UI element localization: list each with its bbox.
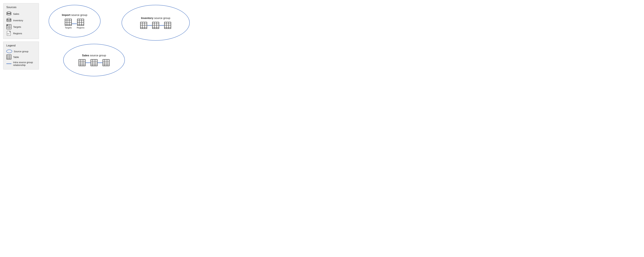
sources-box: Sources Sales Inventory: [3, 3, 39, 39]
svg-text:CSV: CSV: [7, 33, 10, 35]
table-icon-inv-1: [140, 22, 147, 29]
ellipse-legend-icon: [6, 50, 12, 53]
sales-connector-1: [86, 63, 90, 63]
excel-icon-targets: X: [6, 24, 12, 29]
sales-group-title: Sales source group: [82, 54, 106, 57]
sales-tables-row: [78, 59, 110, 66]
sources-title: Sources: [6, 6, 36, 9]
table-icon-targets: [65, 19, 72, 26]
inventory-group-title: Inventory source group: [141, 17, 170, 20]
sales-table-2: [90, 59, 98, 66]
import-group-title: Import source group: [62, 14, 88, 17]
import-target-label: Targets: [65, 27, 72, 29]
table-icon-inv-2: [152, 22, 159, 29]
line-legend-icon: [6, 64, 12, 64]
sources-item-regions: CSV Regions: [6, 30, 36, 37]
table-icon-inv-3: [164, 22, 171, 29]
svg-point-3: [7, 18, 11, 20]
legend-item-relationship: Intra source group relationship: [6, 60, 36, 67]
inventory-connector-2: [159, 25, 164, 26]
import-connector-line: [72, 24, 77, 24]
inventory-table-2: [152, 22, 159, 29]
legend-relationship-label: Intra source group relationship: [13, 61, 36, 66]
inventory-connector-1: [147, 25, 152, 26]
inventory-table-1: [140, 22, 147, 29]
sales-label: Sales: [13, 13, 19, 15]
table-icon-sales-2: [90, 59, 98, 66]
legend-sourcegroup-label: Source group: [14, 50, 28, 53]
sales-table-1: [78, 59, 86, 66]
database-icon-inventory: [6, 18, 12, 23]
inventory-table-3: [164, 22, 171, 29]
sources-item-sales: Sales: [6, 11, 36, 17]
table-legend-icon: [6, 54, 12, 60]
sources-item-targets: X Targets: [6, 24, 36, 30]
inventory-source-group: Inventory source group: [122, 5, 190, 41]
left-panel: Sources Sales Inventory: [3, 3, 39, 78]
csv-icon-regions: CSV: [6, 31, 12, 36]
sales-connector-2: [98, 63, 102, 63]
import-tables-row: Targets Regions: [65, 19, 84, 29]
regions-label: Regions: [13, 32, 22, 35]
svg-point-0: [7, 12, 11, 13]
inventory-tables-row: [140, 22, 171, 29]
legend-item-sourcegroup: Source group: [6, 49, 36, 54]
inventory-label: Inventory: [13, 19, 23, 22]
import-table-regions: Regions: [77, 19, 84, 29]
database-icon-sales: [6, 11, 12, 17]
table-icon-sales-3: [102, 59, 110, 66]
import-table-targets: Targets: [65, 19, 72, 29]
diagram-area: Import source group Targets: [44, 3, 191, 78]
legend-box: Legend Source group Table Intra source g…: [3, 42, 39, 70]
legend-title: Legend: [6, 44, 36, 47]
table-icon-regions: [77, 19, 84, 26]
legend-table-label: Table: [13, 56, 19, 59]
legend-item-table: Table: [6, 54, 36, 60]
table-icon-sales-1: [78, 59, 86, 66]
sources-item-inventory: Inventory: [6, 17, 36, 24]
import-regions-label: Regions: [77, 27, 84, 29]
import-source-group: Import source group Targets: [49, 5, 100, 37]
sales-source-group: Sales source group: [63, 44, 125, 76]
svg-text:X: X: [7, 24, 8, 26]
targets-label: Targets: [13, 26, 21, 28]
sales-table-3: [102, 59, 110, 66]
